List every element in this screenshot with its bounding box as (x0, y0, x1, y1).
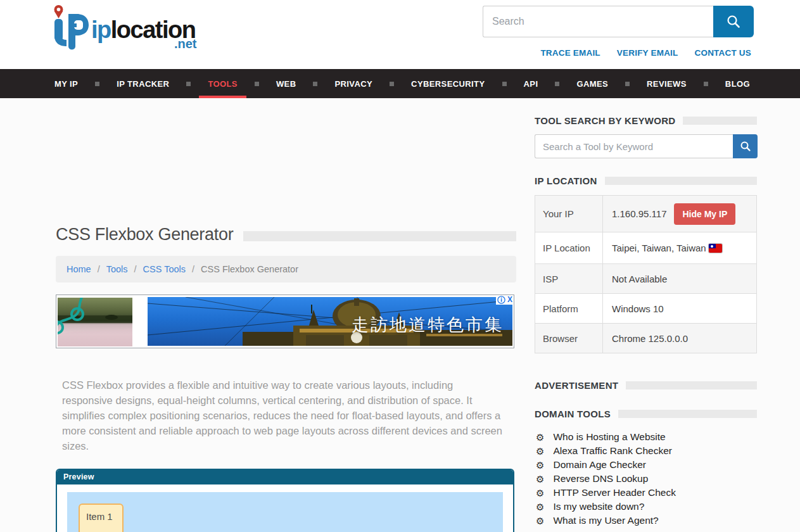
breadcrumb-current: CSS Flexbox Generator (201, 264, 298, 274)
nav-separator (555, 82, 559, 86)
ad-banner[interactable]: 走訪地道特色市集 X (56, 294, 514, 348)
ip-location-table: Your IP 1.160.95.117 Hide My IP IP Locat… (535, 195, 757, 353)
tool-search-heading: TOOL SEARCH BY KEYWORD (535, 115, 675, 126)
isp-value: Not Available (603, 264, 757, 294)
logo-ip-text: ip (91, 16, 111, 43)
nav-item-web[interactable]: WEB (267, 69, 305, 98)
tool-search-button[interactable] (733, 134, 758, 158)
trace-email-link[interactable]: TRACE EMAIL (540, 48, 600, 58)
nav-separator (313, 82, 317, 86)
verify-email-link[interactable]: VERIFY EMAIL (617, 48, 678, 58)
nav-item-blog[interactable]: BLOG (716, 69, 759, 98)
logo-ip-monogram-icon (49, 4, 90, 52)
nav-separator (390, 82, 394, 86)
site-header: iplocation .net TRACE EMAIL VERIFY EMAIL… (0, 0, 800, 69)
hide-my-ip-button[interactable]: Hide My IP (674, 203, 735, 225)
site-search-input[interactable] (483, 6, 713, 37)
nav-separator (255, 82, 259, 86)
nav-item-my-ip[interactable]: MY IP (46, 69, 87, 98)
table-row: Platform Windows 10 (535, 294, 757, 324)
nav-item-ip-tracker[interactable]: IP TRACKER (108, 69, 178, 98)
table-row: IP Location Taipei, Taiwan, Taiwan (535, 232, 757, 264)
tool-search-row (535, 134, 758, 158)
ip-location-value: Taipei, Taiwan, Taiwan (612, 243, 706, 253)
logo-net-text: .net (174, 37, 197, 51)
row-label: IP Location (535, 232, 603, 264)
flex-preview-container: Item 1 (67, 492, 503, 532)
page-title: CSS Flexbox Generator (56, 225, 233, 244)
search-icon (726, 14, 741, 29)
domain-tool-alexa-rank[interactable]: ⚙ Alexa Traffic Rank Checker (536, 444, 758, 458)
ad-headline: 走訪地道特色市集 (352, 314, 504, 336)
header-links: TRACE EMAIL VERIFY EMAIL CONTACT US (540, 48, 751, 58)
nav-item-privacy[interactable]: PRIVACY (326, 69, 381, 98)
row-label: Browser (535, 324, 603, 353)
preview-panel-header: Preview (57, 470, 513, 484)
heading-bar (243, 231, 516, 241)
main-nav: MY IP IP TRACKER TOOLS WEB PRIVACY CYBER… (0, 69, 800, 98)
domain-tool-http-header[interactable]: ⚙ HTTP Server Header Check (536, 486, 758, 500)
gear-icon: ⚙ (536, 433, 544, 442)
breadcrumb-home[interactable]: Home (67, 264, 91, 274)
taiwan-flag-icon (709, 244, 722, 253)
breadcrumb-separator: / (98, 264, 100, 274)
preview-panel: Preview Item 1 (56, 469, 514, 532)
gear-icon: ⚙ (536, 502, 544, 512)
flex-preview-item: Item 1 (79, 504, 124, 532)
domain-tool-reverse-dns[interactable]: ⚙ Reverse DNS Lookup (536, 472, 758, 486)
gear-icon: ⚙ (536, 460, 544, 470)
preview-panel-body: Item 1 (57, 484, 513, 532)
gear-icon: ⚙ (536, 474, 544, 484)
nav-separator (502, 82, 507, 86)
platform-value: Windows 10 (603, 294, 757, 324)
heading-bar (626, 381, 757, 390)
ad-corner-controls: X (496, 295, 514, 305)
tool-search-heading-row: TOOL SEARCH BY KEYWORD (535, 115, 757, 126)
gear-icon: ⚙ (536, 516, 544, 526)
nav-item-games[interactable]: GAMES (568, 69, 617, 98)
table-row: Your IP 1.160.95.117 Hide My IP (535, 196, 757, 232)
ad-close-icon[interactable]: X (507, 296, 512, 304)
tool-description: CSS Flexbox provides a flexible and intu… (62, 377, 505, 453)
title-row: CSS Flexbox Generator (56, 225, 516, 244)
breadcrumb-css-tools[interactable]: CSS Tools (143, 264, 186, 274)
nav-item-tools[interactable]: TOOLS (199, 69, 246, 98)
domain-tool-user-agent[interactable]: ⚙ What is my User Agent? (536, 514, 758, 528)
domain-tool-whois-hosting[interactable]: ⚙ Who is Hosting a Website (536, 430, 758, 444)
search-icon (740, 141, 751, 152)
browser-value: Chrome 125.0.0.0 (603, 324, 757, 353)
breadcrumb-separator: / (192, 264, 194, 274)
adchoices-info-icon[interactable] (497, 296, 505, 304)
nav-separator (625, 82, 630, 86)
breadcrumb-tools[interactable]: Tools (106, 264, 128, 274)
nav-item-api[interactable]: API (515, 69, 547, 98)
ad-main-image: 走訪地道特色市集 (148, 297, 512, 346)
row-label: Platform (535, 294, 603, 324)
your-ip-value: 1.160.95.117 (612, 208, 666, 219)
row-label: Your IP (535, 196, 603, 232)
nav-separator (95, 82, 99, 86)
content-area: CSS Flexbox Generator Home / Tools / CSS… (0, 98, 800, 532)
domain-tool-domain-age[interactable]: ⚙ Domain Age Checker (536, 458, 758, 472)
ip-location-heading-row: IP LOCATION (535, 175, 757, 186)
tool-search-input[interactable] (535, 134, 733, 158)
gear-icon: ⚙ (536, 446, 544, 456)
site-logo[interactable]: iplocation .net (49, 4, 195, 52)
nav-separator (704, 82, 708, 86)
table-row: Browser Chrome 125.0.0.0 (535, 324, 757, 353)
breadcrumb-separator: / (134, 264, 137, 274)
table-row: ISP Not Available (535, 264, 757, 294)
heading-bar (683, 117, 757, 125)
gear-icon: ⚙ (536, 488, 544, 498)
ad-thumbnail-image (58, 298, 132, 346)
ip-location-heading: IP LOCATION (535, 175, 597, 186)
advertisement-heading-row: ADVERTISEMENT (535, 380, 757, 391)
heading-bar (618, 410, 757, 418)
nav-item-reviews[interactable]: REVIEWS (638, 69, 695, 98)
nav-item-cybersecurity[interactable]: CYBERSECURITY (402, 69, 493, 98)
site-search-button[interactable] (713, 6, 754, 37)
contact-us-link[interactable]: CONTACT US (695, 48, 752, 58)
domain-tool-website-down[interactable]: ⚙ Is my website down? (536, 500, 758, 514)
domain-tools-heading: DOMAIN TOOLS (535, 408, 611, 419)
row-label: ISP (535, 264, 603, 294)
